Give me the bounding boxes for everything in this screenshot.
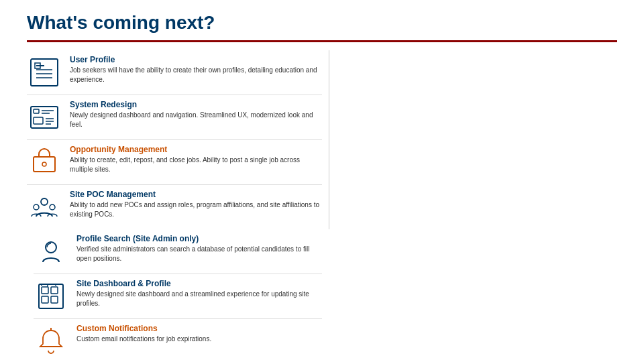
user-profile-icon: [27, 55, 62, 90]
custom-notifications-icon: [34, 324, 68, 359]
svg-rect-10: [34, 117, 43, 124]
svg-rect-14: [34, 157, 55, 172]
user-profile-desc: Job seekers will have the ability to cre…: [70, 66, 322, 84]
system-redesign-desc: Newly designed dashboard and navigation.…: [70, 111, 322, 129]
site-dashboard-title: Site Dashboard & Profile: [76, 279, 322, 288]
list-item: System Redesign Newly designed dashboard…: [27, 95, 322, 140]
site-dashboard-text: Site Dashboard & Profile Newly designed …: [76, 279, 322, 308]
list-item: Site POC Management Ability to add new P…: [27, 185, 322, 229]
profile-search-icon: [34, 234, 68, 269]
svg-rect-24: [51, 296, 58, 303]
profile-search-title: Profile Search (Site Admin only): [76, 234, 322, 243]
site-poc-desc: Ability to add new POCs and assign roles…: [70, 200, 322, 219]
opportunity-management-text: Opportunity Management Ability to create…: [70, 145, 322, 174]
custom-notifications-desc: Custom email notifications for job expir…: [76, 335, 322, 344]
left-column: User Profile Job seekers will have the a…: [27, 50, 322, 229]
profile-search-desc: Verified site administrators can search …: [76, 245, 322, 263]
user-profile-text: User Profile Job seekers will have the a…: [70, 55, 322, 84]
svg-rect-21: [42, 287, 48, 294]
list-item: Site Dashboard & Profile Newly designed …: [34, 274, 322, 319]
page-container: What's coming next?: [0, 0, 644, 362]
profile-search-text: Profile Search (Site Admin only) Verifie…: [76, 234, 322, 263]
svg-rect-7: [34, 109, 39, 113]
svg-point-16: [41, 198, 48, 205]
list-item: Opportunity Management Ability to create…: [27, 140, 322, 185]
svg-point-18: [50, 204, 55, 210]
system-redesign-text: System Redesign Newly designed dashboard…: [70, 100, 322, 129]
list-item: User Profile Job seekers will have the a…: [27, 50, 322, 95]
opportunity-management-title: Opportunity Management: [70, 145, 322, 154]
opportunity-management-desc: Ability to create, edit, repost, and clo…: [70, 156, 322, 174]
site-dashboard-icon: [34, 279, 68, 314]
right-column: Profile Search (Site Admin only) Verifie…: [27, 229, 322, 362]
user-profile-title: User Profile: [70, 55, 322, 64]
title-underline: [27, 40, 617, 42]
svg-point-15: [42, 162, 46, 166]
list-item: Custom Notifications Custom email notifi…: [34, 319, 322, 362]
site-poc-text: Site POC Management Ability to add new P…: [70, 190, 322, 219]
system-redesign-icon: [27, 100, 62, 135]
svg-rect-23: [42, 296, 48, 303]
main-grid: User Profile Job seekers will have the a…: [27, 50, 617, 362]
svg-point-17: [34, 204, 39, 210]
site-poc-title: Site POC Management: [70, 190, 322, 199]
custom-notifications-text: Custom Notifications Custom email notifi…: [76, 324, 322, 344]
site-dashboard-desc: Newly designed site dashboard and a stre…: [76, 290, 322, 308]
opportunity-management-icon: [27, 145, 62, 180]
site-poc-icon: [27, 190, 62, 225]
content-area: What's coming next?: [0, 0, 644, 362]
system-redesign-title: System Redesign: [70, 100, 322, 109]
page-title: What's coming next?: [27, 12, 617, 34]
list-item: Profile Search (Site Admin only) Verifie…: [34, 229, 322, 274]
svg-rect-22: [51, 287, 58, 294]
custom-notifications-title: Custom Notifications: [76, 324, 322, 333]
column-divider: [329, 50, 329, 229]
